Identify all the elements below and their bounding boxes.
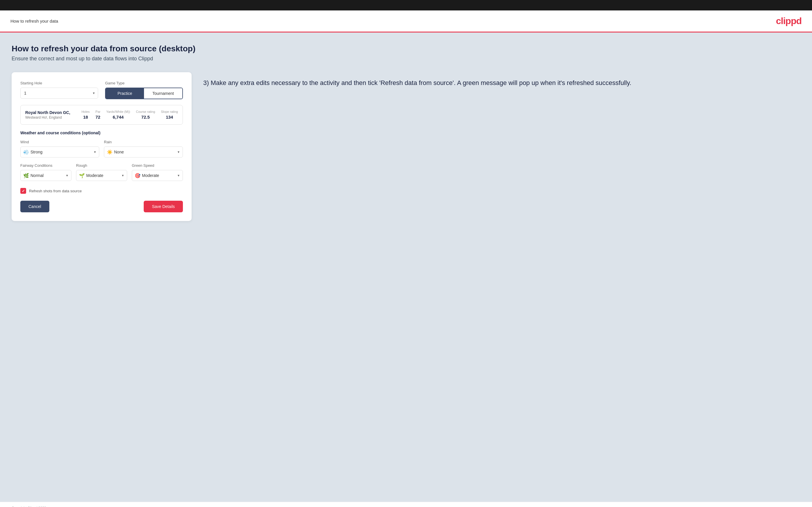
fairway-select[interactable]: Normal Soft Firm — [20, 170, 71, 181]
wind-rain-row: Wind 💨 Strong Light None ▾ Rain ☀️ — [20, 140, 183, 158]
wind-group: Wind 💨 Strong Light None ▾ — [20, 140, 99, 158]
par-label: Par — [96, 110, 100, 113]
description-panel: 3) Make any extra edits necessary to the… — [203, 72, 800, 88]
yards-label: Yards/White (M)) — [106, 110, 130, 113]
refresh-checkbox[interactable]: ✓ — [20, 188, 26, 194]
header: How to refresh your data clippd — [0, 10, 812, 33]
holes-stat: Holes 18 — [82, 110, 90, 120]
rain-group: Rain ☀️ None Light Heavy ▾ — [104, 140, 183, 158]
tournament-button[interactable]: Tournament — [144, 88, 182, 99]
checkbox-check-icon: ✓ — [22, 189, 25, 193]
starting-hole-group: Starting Hole 1 10 ▾ — [20, 81, 98, 99]
starting-hole-select[interactable]: 1 10 — [20, 88, 98, 99]
top-bar — [0, 0, 812, 10]
wind-label: Wind — [20, 140, 99, 144]
slope-rating-value: 134 — [166, 115, 173, 119]
cancel-button[interactable]: Cancel — [20, 201, 49, 212]
description-text: 3) Make any extra edits necessary to the… — [203, 78, 800, 88]
content-area: Starting Hole 1 10 ▾ Game Type Practice … — [12, 72, 800, 221]
fairway-label: Fairway Conditions — [20, 163, 71, 168]
course-info: Royal North Devon GC, Westward Ho!, Engl… — [20, 105, 183, 125]
form-row-top: Starting Hole 1 10 ▾ Game Type Practice … — [20, 81, 183, 99]
refresh-checkbox-label: Refresh shots from data source — [29, 189, 82, 193]
refresh-checkbox-row: ✓ Refresh shots from data source — [20, 188, 183, 194]
header-page-title: How to refresh your data — [10, 18, 58, 23]
rough-label: Rough — [76, 163, 127, 168]
rough-group: Rough 🌱 Moderate Light Heavy ▾ — [76, 163, 127, 181]
game-type-toggle: Practice Tournament — [105, 88, 183, 99]
main-content: How to refresh your data from source (de… — [0, 33, 812, 502]
green-speed-select[interactable]: Moderate Slow Fast — [132, 170, 183, 181]
course-rating-label: Course rating — [136, 110, 155, 113]
rough-select-wrapper: 🌱 Moderate Light Heavy ▾ — [76, 170, 127, 181]
starting-hole-select-wrapper: 1 10 ▾ — [20, 88, 98, 99]
holes-label: Holes — [82, 110, 90, 113]
yards-stat: Yards/White (M)) 6,744 — [106, 110, 130, 120]
slope-rating-label: Slope rating — [161, 110, 178, 113]
rough-select[interactable]: Moderate Light Heavy — [76, 170, 127, 181]
surface-conditions-row: Fairway Conditions 🌿 Normal Soft Firm ▾ … — [20, 163, 183, 181]
yards-value: 6,744 — [113, 115, 124, 119]
holes-value: 18 — [83, 115, 88, 119]
rain-label: Rain — [104, 140, 183, 144]
logo: clippd — [776, 16, 802, 26]
game-type-group: Game Type Practice Tournament — [105, 81, 183, 99]
conditions-title: Weather and course conditions (optional) — [20, 130, 183, 135]
practice-button[interactable]: Practice — [106, 88, 144, 99]
par-value: 72 — [96, 115, 100, 119]
fairway-select-wrapper: 🌿 Normal Soft Firm ▾ — [20, 170, 71, 181]
fairway-group: Fairway Conditions 🌿 Normal Soft Firm ▾ — [20, 163, 71, 181]
course-name: Royal North Devon GC, — [25, 110, 76, 115]
course-rating-value: 72.5 — [141, 115, 150, 119]
rain-select[interactable]: None Light Heavy — [104, 147, 183, 158]
par-stat: Par 72 — [96, 110, 100, 120]
wind-select-wrapper: 💨 Strong Light None ▾ — [20, 147, 99, 158]
course-rating-stat: Course rating 72.5 — [136, 110, 155, 120]
game-type-label: Game Type — [105, 81, 183, 85]
green-speed-group: Green Speed 🎯 Moderate Slow Fast ▾ — [132, 163, 183, 181]
green-speed-label: Green Speed — [132, 163, 183, 168]
course-location: Westward Ho!, England — [25, 115, 76, 119]
page-title: How to refresh your data from source (de… — [12, 44, 800, 53]
rain-select-wrapper: ☀️ None Light Heavy ▾ — [104, 147, 183, 158]
course-name-block: Royal North Devon GC, Westward Ho!, Engl… — [25, 110, 76, 119]
footer: Copyright Clippd 2022 — [0, 502, 812, 507]
slope-rating-stat: Slope rating 134 — [161, 110, 178, 120]
form-card: Starting Hole 1 10 ▾ Game Type Practice … — [12, 72, 192, 221]
save-button[interactable]: Save Details — [144, 201, 183, 212]
green-speed-select-wrapper: 🎯 Moderate Slow Fast ▾ — [132, 170, 183, 181]
starting-hole-label: Starting Hole — [20, 81, 98, 85]
form-actions: Cancel Save Details — [20, 201, 183, 212]
course-stats: Holes 18 Par 72 Yards/White (M)) 6,744 C… — [82, 110, 178, 120]
page-subtitle: Ensure the correct and most up to date d… — [12, 56, 800, 62]
wind-select[interactable]: Strong Light None — [20, 147, 99, 158]
